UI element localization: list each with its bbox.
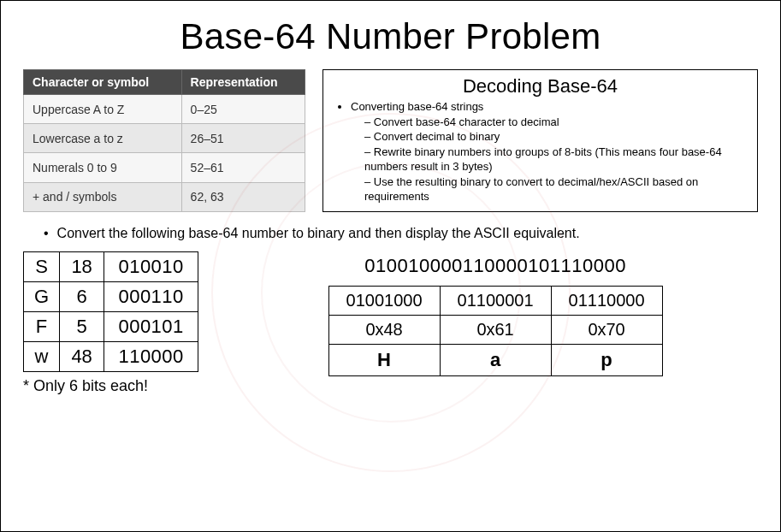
ascii-cell: a <box>440 344 551 375</box>
decoding-lead: Converting base-64 strings Convert base-… <box>351 99 745 204</box>
hex-cell: 0x48 <box>328 315 440 344</box>
decoding-step: Convert decimal to binary <box>364 129 745 145</box>
ascii-cell: H <box>328 344 440 375</box>
bottom-row: S 18 010010 G 6 000110 F 5 000101 w 48 <box>23 251 758 395</box>
map-cell: 52–61 <box>181 153 305 182</box>
map-cell: 62, 63 <box>181 182 305 211</box>
result-block: 010010000110000101110000 01001000 011000… <box>233 251 758 376</box>
decoding-step: Use the resulting binary to convert to d… <box>364 174 745 204</box>
decoding-lead-text: Converting base-64 strings <box>351 100 483 113</box>
hex-cell: 0x70 <box>551 315 662 344</box>
table-row: F 5 000101 <box>24 311 198 341</box>
conv-char: F <box>24 311 60 341</box>
table-row: H a p <box>328 344 662 375</box>
map-cell: 26–51 <box>181 124 305 153</box>
base64-mapping-table: Character or symbol Representation Upper… <box>23 69 305 212</box>
map-header-char: Character or symbol <box>24 70 182 95</box>
byte-cell: 01001000 <box>328 286 440 315</box>
table-row: S 18 010010 <box>24 251 198 281</box>
page-title: Base-64 Number Problem <box>23 16 758 57</box>
ascii-cell: p <box>551 344 662 375</box>
table-row: 01001000 01100001 01110000 <box>328 286 662 315</box>
conv-bin: 000101 <box>104 311 198 341</box>
map-header-rep: Representation <box>181 70 305 95</box>
conv-dec: 48 <box>60 341 104 371</box>
decoding-panel: Decoding Base-64 Converting base-64 stri… <box>322 69 758 212</box>
full-bitstring: 010010000110000101110000 <box>233 255 758 277</box>
instruction-text: Convert the following base-64 number to … <box>57 226 580 240</box>
conversion-table: S 18 010010 G 6 000110 F 5 000101 w 48 <box>23 251 198 372</box>
table-row: Uppercase A to Z 0–25 <box>24 95 305 124</box>
conv-dec: 6 <box>60 281 104 311</box>
decoding-list: Converting base-64 strings Convert base-… <box>335 99 745 204</box>
conv-char: w <box>24 341 60 371</box>
table-row: + and / symbols 62, 63 <box>24 182 305 211</box>
decoding-heading: Decoding Base-64 <box>335 75 745 98</box>
instruction-line: •Convert the following base-64 number to… <box>44 226 754 241</box>
hex-cell: 0x61 <box>440 315 551 344</box>
map-cell: + and / symbols <box>24 182 182 211</box>
byte-cell: 01100001 <box>440 286 551 315</box>
conv-char: G <box>24 281 60 311</box>
map-cell: Uppercase A to Z <box>24 95 182 124</box>
bullet-icon: • <box>44 226 49 240</box>
conv-char: S <box>24 251 60 281</box>
table-row: 0x48 0x61 0x70 <box>328 315 662 344</box>
result-table: 01001000 01100001 01110000 0x48 0x61 0x7… <box>328 286 663 376</box>
conversion-block: S 18 010010 G 6 000110 F 5 000101 w 48 <box>23 251 198 395</box>
conv-bin: 010010 <box>104 251 198 281</box>
table-row: G 6 000110 <box>24 281 198 311</box>
slide: Base-64 Number Problem Character or symb… <box>0 0 781 532</box>
top-row: Character or symbol Representation Upper… <box>23 69 758 212</box>
table-row: Lowercase a to z 26–51 <box>24 124 305 153</box>
map-cell: 0–25 <box>181 95 305 124</box>
conv-bin: 000110 <box>104 281 198 311</box>
map-cell: Numerals 0 to 9 <box>24 153 182 182</box>
byte-cell: 01110000 <box>551 286 662 315</box>
table-row: Numerals 0 to 9 52–61 <box>24 153 305 182</box>
decoding-step: Rewrite binary numbers into groups of 8-… <box>364 145 745 174</box>
table-row: w 48 110000 <box>24 341 198 371</box>
conversion-footnote: * Only 6 bits each! <box>23 377 198 395</box>
map-cell: Lowercase a to z <box>24 124 182 153</box>
conv-dec: 5 <box>60 311 104 341</box>
decoding-step: Convert base-64 character to decimal <box>364 115 745 130</box>
conv-bin: 110000 <box>104 341 198 371</box>
conv-dec: 18 <box>60 251 104 281</box>
